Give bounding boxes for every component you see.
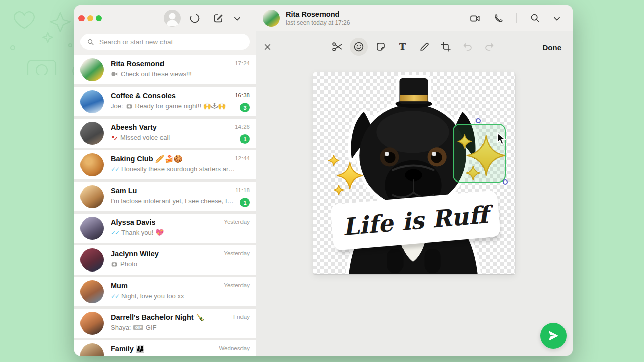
panel-divider <box>256 5 256 356</box>
sender-prefix: Grandma: <box>111 355 140 356</box>
avatar <box>80 122 104 145</box>
chat-preview: Happy dancing!!! <box>152 355 202 356</box>
unread-badge: 3 <box>240 103 250 112</box>
chat-preview: Photo <box>120 260 137 268</box>
chat-title[interactable]: Rita Rosemond <box>286 10 339 18</box>
avatar <box>80 343 104 356</box>
profile-avatar[interactable] <box>164 10 181 27</box>
chat-row-alyssa[interactable]: Alyssa Davis Yesterday ✓✓Thank you! 💖 <box>74 214 256 243</box>
chat-row-family[interactable]: Family 👪 Wednesday Grandma:Happy dancing… <box>74 340 256 356</box>
unread-badge: 1 <box>240 134 250 144</box>
avatar <box>80 185 104 208</box>
draw-icon[interactable] <box>417 40 431 54</box>
gif-badge: GIF <box>133 325 143 330</box>
chat-preview: Night, love you too xx <box>121 292 184 300</box>
chat-list[interactable]: Rita Rosemond 17:24 Check out these view… <box>74 55 256 356</box>
sidebar-header: Search or start new chat <box>74 5 256 55</box>
read-receipts-icon: ✓✓ <box>111 229 119 236</box>
chat-preview: Ready for game night!! 🙌🕹🙌 <box>135 102 226 110</box>
chat-time: Yesterday <box>224 219 250 225</box>
header-divider <box>516 13 517 23</box>
chat-status: last seen today at 17:26 <box>286 19 350 26</box>
avatar <box>80 153 104 176</box>
chat-name: Coffee & Consoles <box>111 92 176 100</box>
sticker-canvas[interactable]: Life is Ruff <box>313 72 515 274</box>
chat-preview: Honestly these sourdough starters are aw… <box>121 165 235 173</box>
close-window-button[interactable] <box>78 15 85 21</box>
chat-time: 14:26 <box>235 124 250 130</box>
video-icon <box>111 70 118 78</box>
chat-name: Darrell's Bachelor Night 🍾 <box>111 313 205 322</box>
chat-preview: I'm lactose intolerant yet, I see cheese… <box>111 197 235 205</box>
sender-prefix: Shaya: <box>111 324 131 331</box>
chevron-down-icon[interactable] <box>551 13 562 24</box>
chat-time: Yesterday <box>224 282 250 288</box>
chat-preview: Missed voice call <box>120 134 170 141</box>
new-chat-icon[interactable] <box>212 12 224 24</box>
photo-icon <box>111 261 118 268</box>
chat-preview: GIF <box>146 324 157 331</box>
chat-preview: Thank you! 💖 <box>121 229 164 236</box>
cut-icon[interactable] <box>330 40 344 54</box>
chat-time: 16:38 <box>235 92 250 98</box>
sticker-icon[interactable] <box>374 40 388 54</box>
chat-row-abeesh[interactable]: Abeesh Varty 14:26 Missed voice call 1 <box>74 119 256 148</box>
chat-name: Rita Rosemond <box>111 60 164 68</box>
chat-row-mum[interactable]: Mum Yesterday ✓✓Night, love you too xx <box>74 277 256 306</box>
crop-icon[interactable] <box>439 40 453 54</box>
chat-name: Family 👪 <box>111 345 145 353</box>
photo-icon <box>126 103 133 110</box>
chat-row-jaclynn[interactable]: Jaclynn Wiley Yesterday Photo <box>74 245 256 275</box>
emoji-icon[interactable] <box>350 38 368 56</box>
selection-handle-bottom-right[interactable] <box>503 179 508 185</box>
chat-avatar[interactable] <box>263 10 280 27</box>
read-receipts-icon: ✓✓ <box>111 166 119 173</box>
close-editor-icon[interactable] <box>260 40 274 54</box>
chat-name: Abeesh Varty <box>111 123 157 131</box>
avatar <box>80 90 104 113</box>
zoom-window-button[interactable] <box>96 15 102 21</box>
selection-handle-top[interactable] <box>476 118 481 123</box>
avatar <box>80 312 104 335</box>
chat-row-coffee[interactable]: Coffee & Consoles 16:38 Joe:Ready for ga… <box>74 87 256 116</box>
search-input[interactable]: Search or start new chat <box>80 34 250 50</box>
chat-header: Rita Rosemond last seen today at 17:26 <box>256 5 573 31</box>
done-button[interactable]: Done <box>543 43 562 52</box>
search-chat-icon[interactable] <box>530 13 540 23</box>
send-button[interactable] <box>540 323 567 349</box>
chevron-down-icon[interactable] <box>232 13 243 24</box>
undo-icon[interactable] <box>461 40 475 54</box>
chat-time: Wednesday <box>219 345 250 351</box>
text-icon[interactable]: T <box>395 40 410 54</box>
chat-preview: Check out these views!!! <box>121 70 192 78</box>
missed-call-icon <box>111 134 118 141</box>
sender-prefix: Joe: <box>111 102 123 110</box>
chat-name: Alyssa Davis <box>111 218 155 226</box>
chat-time: 17:24 <box>235 60 250 66</box>
search-placeholder: Search or start new chat <box>99 38 173 46</box>
chat-row-rita[interactable]: Rita Rosemond 17:24 Check out these view… <box>74 55 256 84</box>
chat-time: Friday <box>233 314 250 320</box>
video-icon <box>142 355 150 356</box>
chat-name: Baking Club 🥖🍰🍪 <box>111 155 183 163</box>
video-call-icon[interactable] <box>469 13 481 24</box>
chat-name: Sam Lu <box>111 187 137 195</box>
caption-banner[interactable]: Life is Ruff <box>330 190 501 255</box>
chat-row-baking[interactable]: Baking Club 🥖🍰🍪 12:44 ✓✓Honestly these s… <box>74 150 256 179</box>
avatar <box>80 217 104 240</box>
chat-time: Yesterday <box>224 250 250 256</box>
whatsapp-window: Search or start new chat Rita Rosemond l… <box>74 5 573 356</box>
unread-badge: 1 <box>240 198 250 207</box>
chat-row-darrell[interactable]: Darrell's Bachelor Night 🍾 Friday Shaya:… <box>74 309 256 338</box>
voice-call-icon[interactable] <box>493 13 504 24</box>
avatar <box>80 280 104 303</box>
minimize-window-button[interactable] <box>87 15 93 21</box>
chat-time: 11:18 <box>235 187 250 193</box>
avatar <box>80 58 104 81</box>
chat-name: Jaclynn Wiley <box>111 250 159 258</box>
search-icon <box>87 38 94 46</box>
chat-row-sam[interactable]: Sam Lu 11:18 I'm lactose intolerant yet,… <box>74 182 256 211</box>
redo-icon[interactable] <box>482 40 496 54</box>
status-ring-icon[interactable] <box>189 12 201 24</box>
chat-time: 12:44 <box>235 155 250 161</box>
